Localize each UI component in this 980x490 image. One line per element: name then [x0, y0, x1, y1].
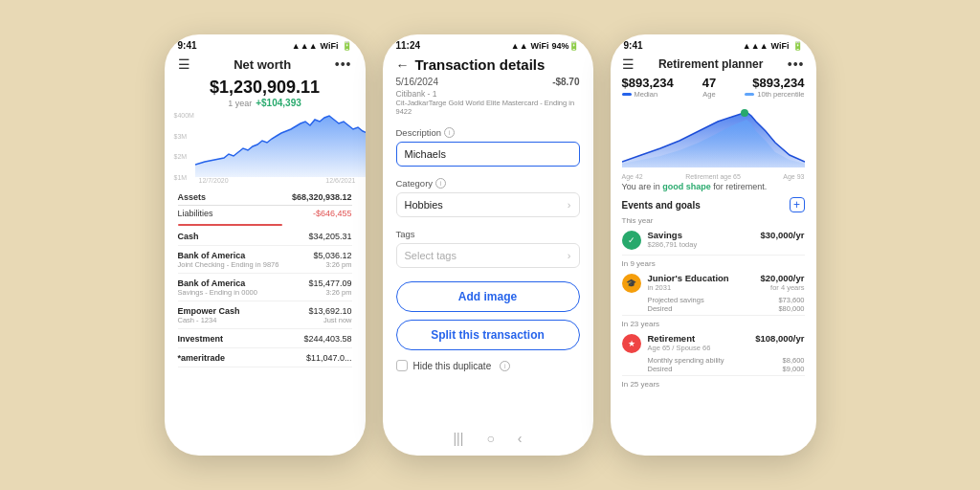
- goals-container: This year ✓ Savings $286,791 today $30,0…: [611, 214, 816, 390]
- goal-name: Retirement: [648, 333, 749, 344]
- battery-icon-mid: 94%🔋: [551, 41, 579, 51]
- hamburger-icon[interactable]: ☰: [178, 56, 190, 72]
- stat-age-value: 47: [702, 76, 716, 90]
- net-worth-header: ☰ Net worth •••: [165, 53, 366, 78]
- chart-label-end: Age 93: [783, 173, 804, 180]
- back-icon[interactable]: ←: [396, 57, 410, 73]
- goal-content: Retirement Age 65 / Spouse 66: [648, 333, 749, 352]
- stat-median-value: $893,234: [622, 76, 674, 90]
- txn-buttons: Add image Split this transaction: [383, 274, 593, 356]
- txn-account: Citibank - 1: [396, 89, 580, 99]
- account-row[interactable]: Cash $34,205.31: [178, 232, 352, 246]
- battery-icon-right: 🔋: [792, 41, 803, 51]
- hamburger-icon-right[interactable]: ☰: [622, 56, 635, 72]
- category-section: Category i Hobbies ›: [383, 172, 593, 223]
- chart-y-labels: $400M $3M $2M $1M: [174, 112, 194, 181]
- detail-value: $8,600: [783, 356, 805, 365]
- goal-item[interactable]: 🎓 Junior's Education in 2031 $20,000/yr …: [611, 270, 816, 296]
- phones-container: 9:41 ▲▲▲ WiFi 🔋 ☰ Net worth ••• $1,230,9…: [145, 15, 835, 475]
- nav-home-icon[interactable]: ○: [486, 431, 494, 446]
- detail-value: $80,000: [778, 304, 804, 313]
- description-input[interactable]: [396, 142, 580, 167]
- detail-value: $9,000: [783, 365, 805, 373]
- goal-sub: $286,791 today: [648, 240, 754, 249]
- status-bar-right: 9:41 ▲▲▲ WiFi 🔋: [611, 34, 816, 53]
- duplicate-info-icon[interactable]: i: [500, 361, 510, 371]
- goal-icon: ✓: [622, 231, 641, 250]
- goal-icon: ★: [622, 334, 641, 353]
- goal-amount: $108,000/yr: [755, 333, 804, 344]
- signal-icon: ▲▲▲: [292, 41, 318, 51]
- signal-icon-right: ▲▲▲: [743, 41, 768, 51]
- net-worth-amount-section: $1,230,909.11 1 year +$104,393: [165, 78, 366, 112]
- goal-detail: Projected savings$73,600Desired$80,000: [611, 296, 816, 313]
- stat-age: 47 Age: [702, 76, 716, 99]
- txn-header: ← Transaction details: [383, 53, 593, 75]
- more-options-icon-right[interactable]: •••: [788, 56, 805, 72]
- account-row[interactable]: *ameritrade $11,047.0...: [178, 353, 352, 368]
- net-worth-period: 1 year: [228, 99, 252, 108]
- detail-label: Projected savings: [648, 296, 704, 304]
- account-row[interactable]: Empower Cash Cash - 1234 $13,692.10 Just…: [178, 306, 352, 329]
- goal-divider: [622, 315, 805, 316]
- goal-icon: 🎓: [622, 274, 641, 293]
- add-image-button[interactable]: Add image: [396, 281, 580, 312]
- net-worth-title: Net worth: [234, 57, 291, 72]
- category-info-icon[interactable]: i: [435, 178, 446, 189]
- goal-item[interactable]: ✓ Savings $286,791 today $30,000/yr: [611, 227, 816, 253]
- split-transaction-button[interactable]: Split this transaction: [396, 320, 580, 350]
- chart-x-labels: 12/7/2020 12/6/2021: [174, 177, 356, 184]
- phone-net-worth: 9:41 ▲▲▲ WiFi 🔋 ☰ Net worth ••• $1,230,9…: [165, 34, 366, 456]
- goal-item[interactable]: ★ Retirement Age 65 / Spouse 66 $108,000…: [611, 330, 816, 356]
- goal-name: Junior's Education: [648, 273, 754, 283]
- status-prefix: You are in: [622, 182, 663, 191]
- goal-sub: in 2031: [648, 283, 754, 292]
- status-icons-right: ▲▲▲ WiFi 🔋: [743, 41, 803, 51]
- goal-period: for 4 years: [761, 283, 805, 292]
- txn-meta: 5/16/2024 -$8.70 Citibank - 1 Cit-Jadkar…: [383, 75, 593, 122]
- account-row[interactable]: Investment $244,403.58: [178, 334, 352, 348]
- nav-back-icon[interactable]: ‹: [518, 431, 523, 446]
- detail-value: $73,600: [778, 296, 804, 304]
- more-options-icon[interactable]: •••: [335, 56, 352, 72]
- status-icons-middle: ▲▲ WiFi 94%🔋: [511, 41, 580, 51]
- period-label: In 9 years: [611, 257, 816, 270]
- tags-chevron-icon: ›: [568, 250, 571, 261]
- hide-duplicate-label: Hide this duplicate: [413, 361, 492, 371]
- detail-label: Desired: [648, 304, 673, 313]
- bottom-nav-middle: ||| ○ ‹: [383, 431, 593, 446]
- add-goal-button[interactable]: +: [790, 197, 805, 212]
- period-label: This year: [611, 214, 816, 227]
- category-selector[interactable]: Hobbies ›: [396, 192, 580, 217]
- events-title: Events and goals: [622, 200, 701, 211]
- good-shape-text: good shape: [662, 182, 711, 191]
- wifi-icon-right: WiFi: [771, 41, 790, 51]
- account-row[interactable]: Bank of America Savings - Ending in 0000…: [178, 278, 352, 301]
- goal-amount: $30,000/yr: [761, 230, 805, 240]
- account-row[interactable]: Bank of America Joint Checking - Ending …: [178, 251, 352, 274]
- category-label: Category i: [396, 178, 580, 189]
- description-info-icon[interactable]: i: [444, 127, 455, 138]
- tags-selector[interactable]: Select tags ›: [396, 243, 580, 268]
- tags-placeholder: Select tags: [405, 250, 457, 261]
- time-right: 9:41: [624, 40, 643, 51]
- account-list: Cash $34,205.31 Bank of America Joint Ch…: [178, 232, 352, 368]
- stat-age-label: Age: [702, 90, 716, 99]
- time-left: 9:41: [178, 40, 197, 51]
- txn-date: 5/16/2024: [396, 77, 439, 87]
- stat-percentile-label: 10th percentile: [757, 90, 804, 99]
- status-suffix: for retirement.: [711, 182, 768, 191]
- txn-account-sub: Cit-JadkarTarge Gold World Elite Masterc…: [396, 99, 580, 116]
- goal-name: Savings: [648, 230, 754, 240]
- battery-icon: 🔋: [342, 41, 352, 51]
- nav-menu-icon[interactable]: |||: [453, 431, 463, 446]
- goal-amount: $20,000/yr: [761, 273, 805, 283]
- retirement-header: ☰ Retirement planner •••: [611, 53, 816, 76]
- goal-sub: Age 65 / Spouse 66: [648, 344, 749, 352]
- hide-duplicate-row: Hide this duplicate i: [383, 356, 593, 375]
- phone-transaction: 11:24 ▲▲ WiFi 94%🔋 ← Transaction details…: [383, 34, 593, 456]
- hide-duplicate-checkbox[interactable]: [396, 360, 408, 371]
- assets-header-row: Assets $68,320,938.12: [178, 192, 352, 206]
- status-bar-left: 9:41 ▲▲▲ WiFi 🔋: [165, 34, 366, 53]
- net-worth-chart: $400M $3M $2M $1M 12/7/2020 12/6/2021: [165, 112, 366, 189]
